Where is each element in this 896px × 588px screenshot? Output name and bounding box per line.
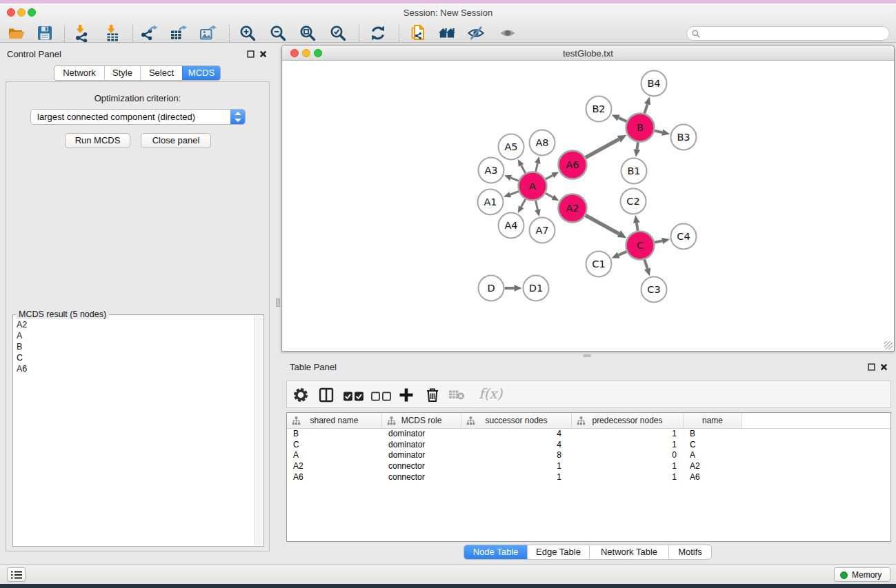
trash-icon <box>424 386 441 404</box>
network-graph[interactable]: B4B2BB3A8A5A6A3B1AC2A1A2A4A7C4CC1DD1C3 <box>283 61 895 352</box>
zoom-in-button[interactable] <box>239 24 257 42</box>
close-panel-button[interactable]: Close panel <box>141 133 211 148</box>
show-all-button[interactable] <box>499 24 517 42</box>
tab-node-table[interactable]: Node Table <box>464 545 527 559</box>
refresh-button[interactable] <box>369 24 387 42</box>
zoom-out-button[interactable] <box>269 24 287 42</box>
horizontal-splitter-grip[interactable] <box>583 354 591 357</box>
save-session-button[interactable] <box>36 24 54 42</box>
close-table-panel-icon[interactable] <box>880 363 888 371</box>
table-row[interactable]: B dominator 4 1 B <box>287 429 890 440</box>
table-row[interactable]: A2 connector 1 1 A2 <box>287 461 890 472</box>
cell-shared-name: A <box>287 450 382 461</box>
tab-mcds[interactable]: MCDS <box>182 66 220 80</box>
criterion-selected-value: largest connected component (directed) <box>37 110 195 124</box>
mcds-result-list: A2 A B C A6 <box>17 319 27 374</box>
column-header-name[interactable]: name <box>684 413 742 428</box>
cell-shared-name: C <box>287 440 382 451</box>
houses-icon <box>438 24 456 42</box>
export-table-button[interactable] <box>169 24 187 42</box>
create-column-button[interactable] <box>397 386 415 404</box>
table-header-row: shared name MCDS role <box>287 413 890 429</box>
hide-selected-button[interactable] <box>467 24 485 42</box>
list-item[interactable]: C <box>17 352 27 363</box>
close-panel-icon[interactable] <box>259 50 267 58</box>
table-row[interactable]: A6 connector 1 1 A6 <box>287 472 890 483</box>
graph-node-label: B3 <box>677 132 690 143</box>
graph-arrowhead <box>644 97 650 105</box>
table-settings-button[interactable] <box>292 386 310 404</box>
memory-status-icon <box>840 571 848 579</box>
show-column-button[interactable] <box>317 386 335 404</box>
export-network-button[interactable] <box>140 24 158 42</box>
graph-node-label: C3 <box>647 284 660 295</box>
first-neighbors-button[interactable] <box>438 24 456 42</box>
zoom-out-icon <box>269 24 287 42</box>
network-view-title: testGlobe.txt <box>282 48 894 59</box>
network-canvas[interactable]: B4B2BB3A8A5A6A3B1AC2A1A2A4A7C4CC1DD1C3 <box>283 61 893 350</box>
unselect-all-columns-button[interactable] <box>370 386 392 404</box>
tab-network-table[interactable]: Network Table <box>589 545 668 559</box>
table-row[interactable]: A dominator 8 0 A <box>287 450 890 461</box>
cell-mcds-role: connector <box>382 472 461 483</box>
graph-node-label: A4 <box>504 220 517 231</box>
delete-column-button[interactable] <box>424 386 441 404</box>
graph-node-label: A5 <box>504 141 517 152</box>
network-window-titlebar[interactable]: testGlobe.txt <box>282 45 894 61</box>
column-icon <box>317 386 335 404</box>
list-item[interactable]: A <box>17 330 27 341</box>
column-header-predecessor-nodes[interactable]: predecessor nodes <box>572 413 684 428</box>
import-table-button[interactable] <box>103 24 121 42</box>
list-item[interactable]: A2 <box>17 319 27 330</box>
resize-grip-icon[interactable] <box>884 341 893 349</box>
export-table-icon <box>169 24 187 42</box>
tab-motifs[interactable]: Motifs <box>668 545 711 559</box>
table-row[interactable]: C dominator 4 1 C <box>287 440 890 451</box>
cell-filler <box>742 461 890 472</box>
memory-button[interactable]: Memory <box>834 567 890 582</box>
criterion-dropdown[interactable]: largest connected component (directed) <box>30 109 246 125</box>
float-table-panel-icon[interactable] <box>868 363 875 371</box>
import-table-icon <box>103 24 121 42</box>
scrollbar-track[interactable] <box>254 316 263 545</box>
search-field[interactable] <box>686 26 890 41</box>
column-header-mcds-role[interactable]: MCDS role <box>382 413 461 428</box>
list-item[interactable]: A6 <box>17 363 27 374</box>
desktop-edge-bottom <box>0 584 896 588</box>
graph-node-label: C2 <box>626 196 639 207</box>
graph-edge-A2-C <box>586 215 619 234</box>
graph-edge-B-B1 <box>637 142 638 150</box>
tab-edge-table[interactable]: Edge Table <box>527 545 589 559</box>
task-history-button[interactable] <box>7 567 26 582</box>
zoom-selected-icon <box>329 24 347 42</box>
control-panel-tabs: Network Style Select MCDS <box>54 65 221 81</box>
tab-network[interactable]: Network <box>54 66 104 80</box>
export-image-button[interactable] <box>199 24 217 42</box>
tab-style[interactable]: Style <box>104 66 140 80</box>
zoom-selected-button[interactable] <box>329 24 347 42</box>
graph-edge-C-C4 <box>655 241 662 242</box>
graph-node-label: C4 <box>677 231 690 242</box>
zoom-fit-button[interactable] <box>299 24 317 42</box>
select-all-columns-button[interactable] <box>343 386 365 404</box>
tab-select[interactable]: Select <box>140 66 182 80</box>
shared-column-icon <box>466 416 475 425</box>
panel-splitter[interactable] <box>275 43 281 564</box>
cell-successor-nodes: 4 <box>461 429 572 440</box>
graph-node-label: D1 <box>529 283 543 294</box>
float-panel-icon[interactable] <box>247 50 255 58</box>
splitter-grip-icon[interactable] <box>276 298 280 307</box>
open-file-button[interactable] <box>8 24 26 42</box>
column-header-shared-name[interactable]: shared name <box>287 413 382 428</box>
search-input[interactable] <box>704 28 884 39</box>
list-item[interactable]: B <box>17 341 27 352</box>
import-network-button[interactable] <box>72 24 90 42</box>
run-mcds-button[interactable]: Run MCDS <box>65 133 130 148</box>
graph-edge-A-A4 <box>521 199 526 207</box>
column-header-filler <box>742 413 890 428</box>
graph-node-label: A7 <box>535 225 548 236</box>
memory-label: Memory <box>852 570 882 580</box>
column-header-successor-nodes[interactable]: successor nodes <box>461 413 572 428</box>
table-toolbar: f(x) <box>286 381 891 408</box>
new-network-from-selection-button[interactable] <box>410 24 428 42</box>
